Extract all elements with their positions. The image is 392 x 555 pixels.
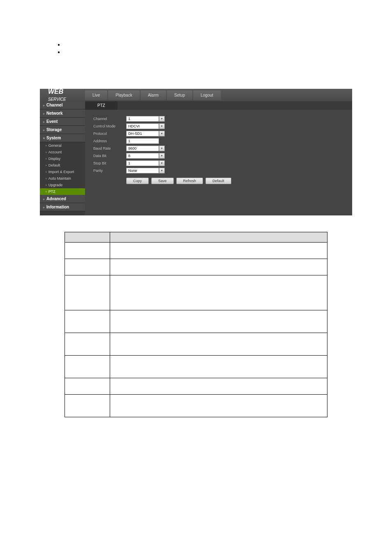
sidebar: ▸Channel ▸Network ▸Event ▸Storage ▾Syste… bbox=[40, 101, 85, 215]
sidebar-item-auto-maintain[interactable]: ›Auto Maintain bbox=[40, 175, 85, 182]
bullet-1: ● bbox=[58, 41, 376, 49]
chevron-right-icon: ▸ bbox=[43, 112, 45, 116]
nav-tabs: Live Playback Alarm Setup Logout bbox=[85, 90, 221, 100]
logo: WEB SERVICE bbox=[40, 88, 85, 102]
sidebar-item-general[interactable]: ›General bbox=[40, 142, 85, 149]
sidebar-section-advanced[interactable]: ▸Advanced bbox=[40, 195, 85, 203]
table-cell bbox=[65, 378, 110, 395]
chevron-right-icon: ▸ bbox=[43, 104, 45, 107]
sidebar-section-channel[interactable]: ▸Channel bbox=[40, 101, 85, 109]
table-cell bbox=[110, 259, 327, 275]
app-window: WEB SERVICE Live Playback Alarm Setup Lo… bbox=[40, 89, 352, 215]
table-header-param bbox=[65, 232, 110, 243]
chevron-right-icon: ▸ bbox=[43, 206, 45, 209]
sidebar-item-import-export[interactable]: ›Import & Export bbox=[40, 169, 85, 175]
sidebar-section-storage[interactable]: ▸Storage bbox=[40, 126, 85, 134]
table-cell bbox=[110, 356, 327, 378]
table-cell bbox=[110, 395, 327, 417]
nav-tab-live[interactable]: Live bbox=[85, 90, 107, 100]
nav-tab-alarm[interactable]: Alarm bbox=[141, 90, 166, 100]
sidebar-item-default[interactable]: ›Default bbox=[40, 162, 85, 169]
chevron-right-icon: › bbox=[46, 177, 47, 180]
dropdown-icon[interactable]: ▾ bbox=[159, 153, 165, 159]
chevron-right-icon: › bbox=[46, 150, 47, 154]
label-address: Address bbox=[93, 139, 126, 143]
app-header: WEB SERVICE Live Playback Alarm Setup Lo… bbox=[40, 89, 352, 101]
chevron-right-icon: › bbox=[46, 190, 47, 194]
nav-tab-setup[interactable]: Setup bbox=[167, 90, 192, 100]
refresh-button[interactable]: Refresh bbox=[176, 178, 203, 184]
dropdown-icon[interactable]: ▾ bbox=[159, 168, 165, 173]
chevron-right-icon: ▸ bbox=[43, 120, 45, 124]
content-area: PTZ Channel ▾ Control Mode ▾ bbox=[85, 101, 352, 215]
nav-tab-logout[interactable]: Logout bbox=[193, 90, 221, 100]
sidebar-item-ptz[interactable]: ›PTZ bbox=[40, 188, 85, 195]
dropdown-icon[interactable]: ▾ bbox=[159, 116, 165, 122]
table-cell bbox=[110, 243, 327, 259]
sidebar-item-account[interactable]: ›Account bbox=[40, 149, 85, 155]
table-cell bbox=[110, 275, 327, 310]
default-button[interactable]: Default bbox=[205, 178, 231, 184]
chevron-right-icon: ▸ bbox=[43, 197, 45, 201]
chevron-right-icon: › bbox=[46, 170, 47, 174]
label-protocol: Protocol bbox=[93, 132, 126, 136]
content-tab-ptz[interactable]: PTZ bbox=[85, 101, 118, 110]
table-cell bbox=[65, 275, 110, 310]
table-cell bbox=[110, 333, 327, 356]
table-cell bbox=[110, 378, 327, 395]
sidebar-section-system[interactable]: ▾System bbox=[40, 134, 85, 142]
chevron-right-icon: › bbox=[46, 164, 47, 167]
sidebar-section-information[interactable]: ▸Information bbox=[40, 203, 85, 211]
label-channel: Channel bbox=[93, 117, 126, 121]
table-cell bbox=[65, 259, 110, 275]
sidebar-item-upgrade[interactable]: ›Upgrade bbox=[40, 182, 85, 188]
dropdown-icon[interactable]: ▾ bbox=[159, 146, 165, 151]
sidebar-section-event[interactable]: ▸Event bbox=[40, 118, 85, 126]
dropdown-icon[interactable]: ▾ bbox=[159, 131, 165, 136]
protocol-select[interactable] bbox=[126, 131, 159, 136]
parity-select[interactable] bbox=[126, 168, 159, 173]
label-parity: Parity bbox=[93, 169, 126, 173]
table-cell bbox=[65, 333, 110, 356]
label-baud-rate: Baud Rate bbox=[93, 146, 126, 150]
control-mode-select[interactable] bbox=[126, 123, 159, 129]
copy-button[interactable]: Copy bbox=[126, 178, 149, 184]
chevron-right-icon: › bbox=[46, 157, 47, 161]
dropdown-icon[interactable]: ▾ bbox=[159, 123, 165, 129]
table-cell bbox=[65, 356, 110, 378]
chevron-right-icon: ▸ bbox=[43, 128, 45, 132]
dropdown-icon[interactable]: ▾ bbox=[159, 160, 165, 166]
param-table bbox=[65, 232, 327, 417]
chevron-down-icon: ▾ bbox=[43, 136, 45, 140]
table-cell bbox=[65, 395, 110, 417]
chevron-right-icon: › bbox=[46, 183, 47, 187]
chevron-right-icon: › bbox=[46, 144, 47, 148]
nav-tab-playback[interactable]: Playback bbox=[108, 90, 140, 100]
channel-select[interactable] bbox=[126, 116, 159, 122]
baud-rate-select[interactable] bbox=[126, 146, 159, 151]
table-cell bbox=[110, 310, 327, 333]
table-cell bbox=[65, 243, 110, 259]
table-cell bbox=[65, 310, 110, 333]
stop-bit-select[interactable] bbox=[126, 160, 159, 166]
label-data-bit: Data Bit bbox=[93, 154, 126, 158]
sidebar-section-network[interactable]: ▸Network bbox=[40, 109, 85, 118]
sidebar-item-display[interactable]: ›Display bbox=[40, 155, 85, 162]
table-header-func bbox=[110, 232, 327, 243]
label-control-mode: Control Mode bbox=[93, 124, 126, 128]
save-button[interactable]: Save bbox=[151, 178, 174, 184]
data-bit-select[interactable] bbox=[126, 153, 159, 159]
address-input[interactable] bbox=[126, 138, 159, 144]
bullet-2: ● bbox=[58, 49, 376, 56]
label-stop-bit: Stop Bit bbox=[93, 161, 126, 165]
